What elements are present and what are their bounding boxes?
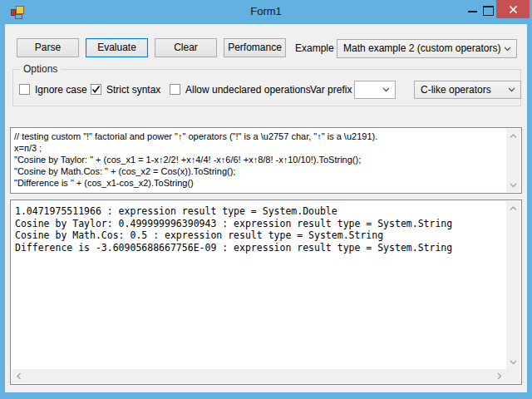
example-combobox[interactable]: Math example 2 (custom operators) <box>337 39 517 58</box>
window-title: Form1 <box>0 5 532 17</box>
scroll-right-button[interactable] <box>492 369 506 383</box>
var-prefix-value[interactable] <box>361 81 380 98</box>
scroll-down-button[interactable] <box>506 355 520 369</box>
example-label: Example <box>295 42 334 54</box>
expression-text[interactable]: // testing custom "!" factorial and powe… <box>11 128 505 193</box>
output-line: Difference is -3.60905688667756E-09 : ex… <box>15 242 505 254</box>
vertical-scrollbar[interactable] <box>506 201 520 369</box>
checkbox-ignore-case-label: Ignore case <box>35 84 87 96</box>
close-button[interactable] <box>496 0 530 18</box>
scroll-up-icon <box>510 206 517 211</box>
output-area[interactable]: 1.0471975511966 : expression result type… <box>10 200 522 385</box>
expression-line: "Cosine by Math.Cos: " + (cos_x2 = Cos(x… <box>14 165 505 177</box>
chevron-down-icon <box>504 47 511 52</box>
performance-button[interactable]: Perfomance <box>224 38 286 57</box>
options-groupbox: Options Ignore case Strict syntax Allow … <box>12 69 521 106</box>
expression-line: "Cosine by Taylor: " + (cos_x1 = 1-x↑2/2… <box>14 154 505 165</box>
clear-button[interactable]: Clear <box>155 38 217 57</box>
scroll-left-icon <box>17 372 22 380</box>
output-text[interactable]: 1.0471975511966 : expression result type… <box>11 200 505 369</box>
scroll-up-button[interactable] <box>506 201 520 215</box>
close-icon <box>509 5 518 14</box>
form-window: { "window": { "title": "Form1" }, "toolb… <box>0 0 532 399</box>
scroll-down-button[interactable] <box>506 178 520 192</box>
evaluate-button[interactable]: Evaluate <box>86 38 148 57</box>
scroll-down-icon <box>510 360 517 365</box>
chevron-down-icon <box>382 87 390 92</box>
output-line: Cosine by Taylor: 0.499999996390943 : ex… <box>15 218 505 230</box>
window-titlebar[interactable]: Form1 <box>0 0 532 24</box>
scroll-down-icon <box>510 183 517 188</box>
checkbox-strict-syntax-label: Strict syntax <box>106 84 160 96</box>
expression-input[interactable]: // testing custom "!" factorial and powe… <box>10 127 522 194</box>
check-icon <box>91 85 101 94</box>
maximize-button[interactable] <box>483 6 494 16</box>
checkbox-strict-syntax[interactable] <box>91 84 101 95</box>
operators-combobox-value: C-like operators <box>421 81 505 98</box>
scrollbar-corner <box>506 369 520 383</box>
parse-button[interactable]: Parse <box>17 38 79 57</box>
var-prefix-combobox[interactable] <box>354 81 396 99</box>
checkbox-allow-undeclared-label: Allow undeclared operations <box>185 84 311 96</box>
scroll-up-icon <box>510 134 517 139</box>
client-area: Parse Evaluate Clear Perfomance Example … <box>5 24 527 392</box>
minimize-button[interactable] <box>468 11 477 12</box>
vertical-scrollbar[interactable] <box>506 129 520 192</box>
scroll-left-button[interactable] <box>12 369 26 383</box>
checkbox-allow-undeclared[interactable] <box>170 84 180 95</box>
expression-line: // testing custom "!" factorial and powe… <box>14 131 505 142</box>
scroll-up-button[interactable] <box>506 129 520 143</box>
checkbox-ignore-case[interactable] <box>19 84 30 95</box>
scroll-right-icon <box>497 372 502 380</box>
chevron-down-icon <box>508 87 515 92</box>
var-prefix-label: Var prefix <box>310 84 352 96</box>
options-legend: Options <box>20 63 61 75</box>
expression-line: x=п/3 ; <box>14 142 505 154</box>
horizontal-scrollbar[interactable] <box>12 369 506 383</box>
operators-combobox[interactable]: C-like operators <box>414 81 521 99</box>
expression-line: "Difference is " + (cos_x1-cos_x2).ToStr… <box>14 177 505 189</box>
output-line: Cosine by Math.Cos: 0.5 : expression res… <box>15 229 505 242</box>
output-line: 1.0471975511966 : expression result type… <box>15 205 505 218</box>
example-combobox-value: Math example 2 (custom operators) <box>343 40 501 57</box>
